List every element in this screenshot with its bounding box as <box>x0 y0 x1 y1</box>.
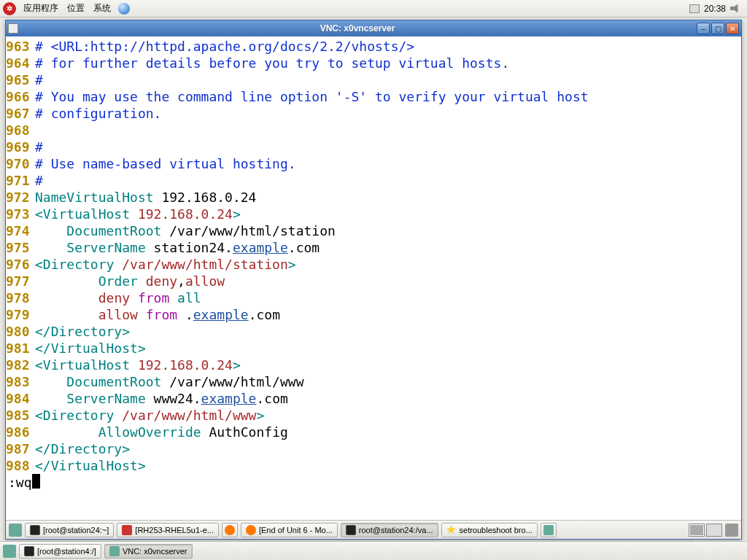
volume-icon[interactable] <box>730 4 741 13</box>
line-number: 985 <box>6 407 35 424</box>
line-number: 964 <box>6 55 35 71</box>
code-line: 976<Directory /var/www/html/station> <box>6 256 741 273</box>
code-line: 965# <box>6 71 741 88</box>
line-number: 977 <box>6 273 35 289</box>
code-line: 983 DocumentRoot /var/www/html/www <box>6 373 741 390</box>
window-title: VNC: x0vncserver <box>20 23 694 34</box>
titlebar[interactable]: VNC: x0vncserver – ▢ ✕ <box>6 20 741 36</box>
code-line: 971# <box>6 172 741 189</box>
vim-editor[interactable]: 963# <URL:http://httpd.apache.org/docs/2… <box>6 36 741 520</box>
line-number: 963 <box>6 38 35 55</box>
code-line: 975 ServerName station24.example.com <box>6 239 741 256</box>
task-label: root@station24:/va... <box>359 526 433 534</box>
code-line: 985<Directory /var/www/html/www> <box>6 407 741 424</box>
code-line: 982<VirtualHost 192.168.0.24> <box>6 357 741 373</box>
close-button[interactable]: ✕ <box>726 23 739 34</box>
line-number: 965 <box>6 71 35 88</box>
line-number: 973 <box>6 206 35 222</box>
pdf-icon <box>122 525 132 535</box>
line-number: 979 <box>6 306 35 323</box>
term-icon <box>24 546 34 556</box>
maximize-button[interactable]: ▢ <box>711 23 724 34</box>
task-button[interactable]: [End of Unit 6 - Mo... <box>241 523 338 537</box>
trash-icon[interactable] <box>725 524 738 537</box>
workspace-pager[interactable] <box>689 524 722 537</box>
line-number: 980 <box>6 323 35 340</box>
line-number: 968 <box>6 122 35 139</box>
distro-icon[interactable]: ✲ <box>3 2 16 15</box>
task-button[interactable]: [root@station4:/] <box>19 544 101 559</box>
desk-icon <box>543 525 554 535</box>
task-label: setroubleshoot bro... <box>460 526 533 534</box>
browser-launcher-icon[interactable] <box>118 3 130 15</box>
task-button[interactable]: [root@station24:~] <box>25 523 114 537</box>
code-line: 988</VirtualHost> <box>6 457 741 474</box>
task-label: [root@station24:~] <box>43 526 109 534</box>
task-button[interactable]: setroubleshoot bro... <box>441 523 538 537</box>
ff-icon <box>246 525 256 535</box>
task-button[interactable] <box>222 523 238 537</box>
line-number: 983 <box>6 373 35 390</box>
code-line: 972NameVirtualHost 192.168.0.24 <box>6 189 741 206</box>
line-number: 984 <box>6 390 35 407</box>
desk-icon <box>109 546 120 556</box>
line-number: 972 <box>6 189 35 206</box>
vim-command-line[interactable]: :wq <box>6 474 741 491</box>
code-line: 981</VirtualHost> <box>6 340 741 357</box>
term-icon <box>30 525 40 535</box>
line-number: 982 <box>6 357 35 373</box>
code-line: 987</Directory> <box>6 440 741 457</box>
code-line: 966# You may use the command line option… <box>6 88 741 105</box>
task-button[interactable] <box>541 523 557 537</box>
code-line: 970# Use name-based virtual hosting. <box>6 155 741 172</box>
line-number: 974 <box>6 222 35 239</box>
update-icon[interactable] <box>689 4 700 13</box>
menu-系统[interactable]: 系统 <box>89 1 115 16</box>
task-label: [End of Unit 6 - Mo... <box>259 526 333 534</box>
line-number: 987 <box>6 440 35 457</box>
code-line: 969# <box>6 139 741 155</box>
clock[interactable]: 20:38 <box>704 4 726 14</box>
line-number: 967 <box>6 105 35 122</box>
menu-位置[interactable]: 位置 <box>63 1 89 16</box>
vnc-window: VNC: x0vncserver – ▢ ✕ 963# <URL:http://… <box>5 20 742 540</box>
minimize-button[interactable]: – <box>697 23 710 34</box>
line-number: 978 <box>6 289 35 306</box>
workspace-2[interactable] <box>706 524 722 537</box>
code-line: 977 Order deny,allow <box>6 273 741 289</box>
line-number: 986 <box>6 424 35 440</box>
window-icon <box>8 23 18 34</box>
remote-taskbar: [root@station24:~][RH253-RHEL5u1-e...[En… <box>6 520 741 539</box>
line-number: 976 <box>6 256 35 273</box>
ff-icon <box>225 525 235 535</box>
task-button[interactable]: VNC: x0vncserver <box>104 544 193 559</box>
code-line: 984 ServerName www24.example.com <box>6 390 741 407</box>
line-number: 975 <box>6 239 35 256</box>
menu-应用程序[interactable]: 应用程序 <box>19 1 63 16</box>
code-line: 979 allow from .example.com <box>6 306 741 323</box>
term-icon <box>346 525 356 535</box>
code-line: 986 AllowOverride AuthConfig <box>6 424 741 440</box>
task-button[interactable]: root@station24:/va... <box>341 523 438 537</box>
line-number: 969 <box>6 139 35 155</box>
task-label: VNC: x0vncserver <box>123 547 187 556</box>
line-number: 988 <box>6 457 35 474</box>
cursor <box>32 474 40 489</box>
line-number: 981 <box>6 340 35 357</box>
star-icon <box>446 525 457 535</box>
code-line: 968 <box>6 122 741 139</box>
task-button[interactable]: [RH253-RHEL5u1-e... <box>117 523 219 537</box>
task-label: [RH253-RHEL5u1-e... <box>135 526 214 534</box>
workspace-1[interactable] <box>689 524 705 537</box>
code-line: 964# for further details before you try … <box>6 55 741 71</box>
show-desktop-icon[interactable] <box>3 545 16 558</box>
task-label: [root@station4:/] <box>37 547 96 556</box>
bottom-panel: [root@station4:/]VNC: x0vncserver <box>0 541 747 560</box>
line-number: 970 <box>6 155 35 172</box>
code-line: 967# configuration. <box>6 105 741 122</box>
code-line: 963# <URL:http://httpd.apache.org/docs/2… <box>6 38 741 55</box>
show-desktop-icon[interactable] <box>9 524 22 537</box>
code-line: 980</Directory> <box>6 323 741 340</box>
top-panel: ✲ 应用程序位置系统 20:38 <box>0 0 747 18</box>
system-tray: 20:38 <box>689 4 744 14</box>
